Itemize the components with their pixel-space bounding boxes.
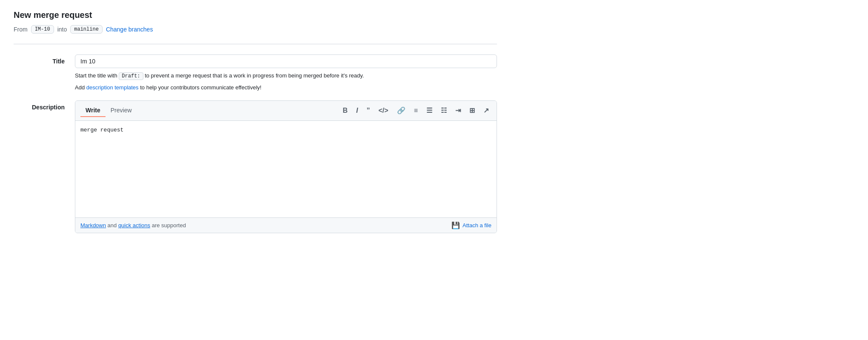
tab-write[interactable]: Write xyxy=(80,104,106,117)
draft-badge: Draft: xyxy=(119,72,143,80)
source-branch-badge: IM-10 xyxy=(31,25,54,34)
markdown-link[interactable]: Markdown xyxy=(80,222,106,229)
change-branches-link[interactable]: Change branches xyxy=(106,26,153,33)
target-branch-badge: mainline xyxy=(70,25,103,34)
description-row: Description Write Preview B I ” </> xyxy=(14,100,497,233)
title-content: Start the title with Draft: to prevent a… xyxy=(75,54,497,92)
indent-button[interactable]: ⇥ xyxy=(453,106,463,116)
quick-actions-link[interactable]: quick actions xyxy=(118,222,150,229)
bold-button[interactable]: B xyxy=(340,106,351,116)
tab-preview[interactable]: Preview xyxy=(106,104,137,117)
footer-markdown-info: Markdown and quick actions are supported xyxy=(80,222,186,229)
numbered-list-button[interactable]: ☰ xyxy=(424,106,435,116)
bullet-list-button[interactable]: ≡ xyxy=(411,106,420,116)
link-button[interactable]: 🔗 xyxy=(394,106,408,116)
attach-file-label: Attach a file xyxy=(463,222,491,229)
description-templates-hint: Add description templates to help your c… xyxy=(75,83,497,92)
hint2-prefix: Add xyxy=(75,84,86,91)
fullscreen-button[interactable]: ↗ xyxy=(481,106,491,116)
editor-actions: B I ” </> 🔗 ≡ ☰ ☷ ⇥ ⊞ ↗ xyxy=(340,106,492,116)
description-editor: Write Preview B I ” </> 🔗 ≡ ☰ ☷ ⇥ xyxy=(75,100,497,233)
hint2-suffix: to help your contributors communicate ef… xyxy=(139,84,262,91)
title-row: Title Start the title with Draft: to pre… xyxy=(14,54,497,92)
attach-file-link[interactable]: 💾 Attach a file xyxy=(451,221,491,229)
description-textarea[interactable]: merge request xyxy=(80,126,491,211)
attach-icon: 💾 xyxy=(451,221,460,229)
from-label: From xyxy=(14,26,28,33)
title-input[interactable] xyxy=(75,54,497,68)
code-button[interactable]: </> xyxy=(376,106,391,116)
description-content: Write Preview B I ” </> 🔗 ≡ ☰ ☷ ⇥ xyxy=(75,100,497,233)
into-label: into xyxy=(57,26,67,33)
editor-body: merge request xyxy=(75,121,497,217)
page-title: New merge request xyxy=(14,10,497,20)
description-templates-link[interactable]: description templates xyxy=(86,84,139,91)
title-hint: Start the title with Draft: to prevent a… xyxy=(75,71,497,80)
table-button[interactable]: ⊞ xyxy=(467,106,477,116)
italic-button[interactable]: I xyxy=(354,106,360,116)
footer-and: and xyxy=(106,222,118,229)
editor-toolbar: Write Preview B I ” </> 🔗 ≡ ☰ ☷ ⇥ xyxy=(75,101,497,121)
footer-suffix: are supported xyxy=(150,222,186,229)
title-label: Title xyxy=(14,54,65,65)
editor-tabs: Write Preview xyxy=(80,104,137,117)
section-divider xyxy=(14,44,497,44)
editor-footer: Markdown and quick actions are supported… xyxy=(75,217,497,233)
merge-request-form: Title Start the title with Draft: to pre… xyxy=(14,54,497,233)
description-label: Description xyxy=(14,100,65,111)
hint-prefix: Start the title with xyxy=(75,72,119,79)
task-list-button[interactable]: ☷ xyxy=(438,106,449,116)
branch-info: From IM-10 into mainline Change branches xyxy=(14,25,497,34)
hint-suffix: to prevent a merge request that is a wor… xyxy=(143,72,364,79)
blockquote-button[interactable]: ” xyxy=(364,106,373,116)
